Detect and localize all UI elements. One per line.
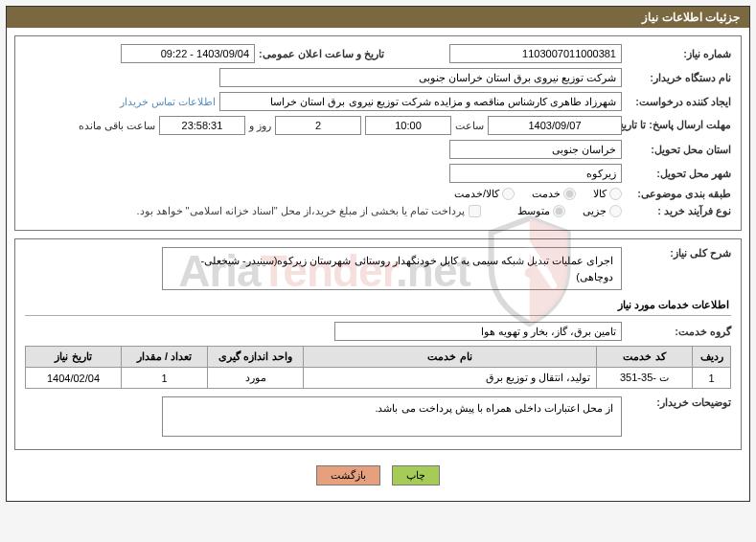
deadline-label: مهلت ارسال پاسخ: تا تاریخ:	[626, 119, 731, 131]
th-qty: تعداد / مقدار	[122, 347, 208, 368]
category-goods-radio[interactable]	[609, 188, 622, 200]
deadline-time-value: 10:00	[365, 116, 451, 135]
category-service-radio[interactable]	[563, 188, 576, 200]
deadline-date-value: 1403/09/07	[488, 116, 622, 135]
delivery-city-value: زیرکوه	[449, 164, 622, 183]
treasury-checkbox-row: پرداخت تمام یا بخشی از مبلغ خرید،از محل …	[136, 205, 481, 217]
services-table: ردیف کد خدمت نام خدمت واحد اندازه گیری ت…	[25, 346, 731, 389]
buyer-org-label: نام دستگاه خریدار:	[626, 72, 731, 84]
cell-unit: مورد	[208, 368, 304, 389]
requester-label: ایجاد کننده درخواست:	[626, 96, 731, 108]
purchase-type-label: نوع فرآیند خرید :	[626, 205, 731, 217]
days-word: روز و	[249, 120, 271, 132]
delivery-province-label: استان محل تحویل:	[626, 144, 731, 156]
delivery-province-value: خراسان جنوبی	[449, 140, 622, 159]
services-section-title: اطلاعات خدمات مورد نیاز	[25, 295, 731, 316]
print-button[interactable]: چاپ	[392, 465, 440, 486]
category-label: طبقه بندی موضوعی:	[626, 188, 731, 200]
purchase-type-radio-group: جزیی متوسط	[517, 205, 622, 217]
button-row: چاپ بازگشت	[14, 458, 742, 493]
buyer-desc-label: توضیحات خریدار:	[626, 396, 731, 409]
time-remaining-value: 23:58:31	[159, 116, 245, 135]
service-group-value: تامین برق، گاز، بخار و تهویه هوا	[334, 322, 622, 341]
category-goods[interactable]: کالا	[593, 188, 622, 200]
purchase-medium-label: متوسط	[517, 205, 550, 217]
cell-code: ت -35-351	[597, 368, 693, 389]
purchase-partial[interactable]: جزیی	[583, 205, 622, 217]
requester-value: شهرزاد طاهری کارشناس مناقصه و مزایده شرک…	[219, 92, 622, 111]
purchase-partial-radio[interactable]	[609, 205, 622, 217]
category-goods-service-label: کالا/خدمت	[454, 188, 499, 200]
category-goods-label: کالا	[593, 188, 607, 200]
summary-value: اجرای عملیات تبدیل شبکه سیمی به کابل خود…	[162, 247, 622, 290]
cell-qty: 1	[122, 368, 208, 389]
table-row: 1 ت -35-351 تولید، انتقال و توزیع برق مو…	[26, 368, 731, 389]
summary-section: شرح کلی نیاز: اجرای عملیات تبدیل شبکه سی…	[14, 238, 742, 450]
th-code: کد خدمت	[597, 347, 693, 368]
service-group-label: گروه خدمت:	[626, 326, 731, 338]
summary-label: شرح کلی نیاز:	[626, 247, 731, 260]
buyer-org-value: شرکت توزیع نیروی برق استان خراسان جنوبی	[219, 68, 622, 87]
purchase-medium[interactable]: متوسط	[517, 205, 565, 217]
th-need-date: تاریخ نیاز	[26, 347, 122, 368]
days-remaining-value: 2	[275, 116, 361, 135]
cell-need-date: 1404/02/04	[26, 368, 122, 389]
th-unit: واحد اندازه گیری	[208, 347, 304, 368]
purchase-partial-label: جزیی	[583, 205, 607, 217]
category-goods-service-radio[interactable]	[502, 188, 515, 200]
category-service[interactable]: خدمت	[532, 188, 576, 200]
back-button[interactable]: بازگشت	[316, 465, 380, 486]
category-service-label: خدمت	[532, 188, 561, 200]
buyer-contact-link[interactable]: اطلاعات تماس خریدار	[120, 96, 216, 108]
remaining-word: ساعت باقی مانده	[79, 120, 155, 132]
need-number-label: شماره نیاز:	[626, 48, 731, 60]
cell-name: تولید، انتقال و توزیع برق	[304, 368, 597, 389]
treasury-checkbox[interactable]	[469, 205, 481, 217]
delivery-city-label: شهر محل تحویل:	[626, 168, 731, 180]
announce-date-label: تاریخ و ساعت اعلان عمومی:	[259, 48, 384, 60]
purchase-medium-radio[interactable]	[553, 205, 565, 217]
info-box: شماره نیاز: 1103007011000381 تاریخ و ساع…	[14, 35, 742, 231]
th-name: نام خدمت	[304, 347, 597, 368]
treasury-note: پرداخت تمام یا بخشی از مبلغ خرید،از محل …	[136, 205, 465, 217]
time-word: ساعت	[455, 120, 484, 132]
need-number-value: 1103007011000381	[449, 44, 622, 63]
category-goods-service[interactable]: کالا/خدمت	[454, 188, 515, 200]
cell-row: 1	[693, 368, 731, 389]
category-radio-group: کالا خدمت کالا/خدمت	[454, 188, 622, 200]
buyer-desc-value: از محل اعتبارات داخلی همراه با پیش پرداخ…	[162, 396, 622, 437]
panel-title: جزئیات اطلاعات نیاز	[7, 7, 749, 28]
announce-date-value: 1403/09/04 - 09:22	[121, 44, 255, 63]
main-panel: جزئیات اطلاعات نیاز شماره نیاز: 11030070…	[6, 6, 750, 502]
th-row: ردیف	[693, 347, 731, 368]
